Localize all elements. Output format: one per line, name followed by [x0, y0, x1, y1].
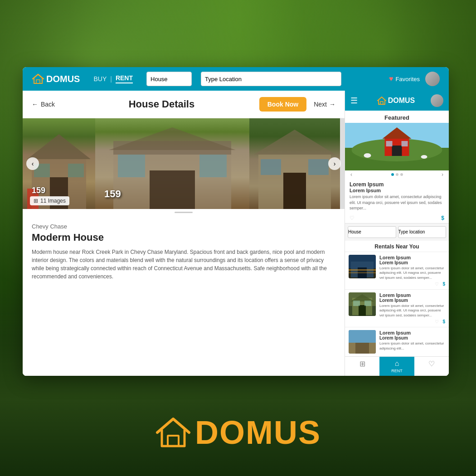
svg-point-28	[364, 153, 371, 158]
scroll-bar	[175, 212, 193, 213]
featured-prev-button[interactable]: ‹	[349, 170, 354, 179]
logo-house-icon	[32, 73, 44, 84]
back-label: Back	[41, 101, 55, 108]
property-description: Moderm house near Rock Creek Park in Che…	[32, 248, 335, 281]
svg-marker-15	[254, 130, 335, 155]
rental-thumbnail-2	[349, 292, 376, 316]
navbar-logo: DOMUS	[32, 73, 80, 84]
nav-links: BUY | RENT	[93, 74, 133, 83]
bottom-logo-icon	[155, 417, 191, 448]
featured-subtitle: Lorem Ipsum	[350, 188, 444, 193]
featured-next-button[interactable]: ›	[440, 170, 445, 179]
desktop-card: DOMUS BUY | RENT House Apartment Villa S…	[23, 67, 449, 376]
featured-price-icon: $	[441, 215, 444, 221]
mobile-topbar: ☰ DOMUS	[345, 91, 449, 111]
rental-heart-1[interactable]: ♡	[435, 282, 439, 287]
mobile-nav-favorites[interactable]: ♡	[414, 357, 449, 376]
rental-info-3: Lorem Ipsum Lorem Ipsum Lorem ipsum dolo…	[379, 330, 445, 354]
rental-info-1: Lorem Ipsum Lorem Ipsum Lorem ipsum dolo…	[379, 255, 445, 287]
mobile-logo: DOMUS	[361, 97, 431, 105]
rental-actions-2: ♡ $	[379, 319, 445, 324]
svg-rect-45	[349, 330, 376, 343]
rental-img-1-svg	[349, 255, 376, 278]
featured-dots	[391, 171, 403, 178]
rental-img-2-svg	[349, 292, 376, 316]
property-name: Moderm House	[32, 232, 335, 243]
rental-title-2: Lorem Ipsum	[379, 292, 445, 298]
mobile-nav-home-icon: ⊞	[359, 359, 365, 368]
hamburger-icon[interactable]: ☰	[350, 96, 358, 106]
featured-label: Featured	[345, 111, 449, 123]
rental-subtitle-1: Lorem Ipsum	[379, 260, 445, 265]
gallery-prev-button[interactable]: ‹	[26, 157, 39, 170]
mobile-panel: ☰ DOMUS Featured	[345, 91, 449, 376]
mobile-filter-row: House Type location	[345, 223, 449, 241]
featured-title: Lorem Ipsum	[350, 181, 444, 188]
content-area: ← Back House Details Book Now Next →	[23, 91, 449, 376]
avatar-image	[425, 72, 440, 86]
svg-rect-26	[386, 141, 393, 146]
navbar: DOMUS BUY | RENT House Apartment Villa S…	[23, 67, 449, 91]
svg-rect-25	[392, 146, 402, 156]
property-neighborhood: Chevy Chase	[32, 223, 335, 230]
rental-info-2: Lorem Ipsum Lorem Ipsum Lorem ipsum dolo…	[379, 292, 445, 324]
next-button[interactable]: Next →	[314, 101, 335, 108]
property-details: Chevy Chase Moderm House Moderm house ne…	[23, 216, 345, 288]
rental-desc-2: Lorem ipsum dolor sit amet, consectetur …	[379, 304, 445, 318]
rental-item-2: Lorem Ipsum Lorem Ipsum Lorem ipsum dolo…	[345, 289, 449, 327]
featured-landscape-svg	[345, 123, 449, 170]
svg-rect-42	[364, 301, 371, 306]
app-container: DOMUS DOMUS BUY | RENT House	[0, 0, 476, 476]
house-silhouette-3	[249, 118, 340, 209]
rental-subtitle-2: Lorem Ipsum	[379, 298, 445, 303]
favorites-button[interactable]: ♥ Favorites	[389, 75, 420, 83]
rental-item-3: Lorem Ipsum Lorem Ipsum Lorem ipsum dolo…	[345, 327, 449, 356]
mobile-nav-rent-label: RENT	[391, 369, 403, 373]
featured-description: Lorem ipsum dolor sit amet, consectetur …	[350, 194, 444, 211]
featured-heart-icon[interactable]: ♡	[350, 215, 355, 221]
image-count-badge: ⊞ 11 Images	[30, 196, 69, 205]
rental-price-2: $	[442, 319, 445, 324]
nav-buy-link[interactable]: BUY	[93, 75, 107, 83]
mobile-nav-rent[interactable]: ⌂ RENT	[379, 357, 414, 376]
navbar-right: ♥ Favorites	[389, 72, 440, 86]
mobile-bottom-nav: ⊞ ⌂ RENT ♡	[345, 356, 449, 376]
svg-rect-0	[168, 436, 179, 446]
svg-rect-12	[118, 155, 145, 177]
navbar-logo-text: DOMUS	[46, 74, 80, 84]
nav-rent-link[interactable]: RENT	[116, 74, 133, 83]
image-count-label: 11 Images	[40, 198, 66, 204]
back-button[interactable]: ← Back	[32, 101, 55, 108]
book-now-button[interactable]: Book Now	[259, 97, 306, 112]
featured-dot-3	[400, 173, 403, 176]
mobile-nav-home[interactable]: ⊞	[345, 357, 379, 376]
main-panel: ← Back House Details Book Now Next →	[23, 91, 345, 376]
scroll-indicator	[23, 209, 345, 216]
svg-rect-34	[349, 269, 376, 271]
svg-marker-10	[109, 127, 236, 150]
gallery-next-button[interactable]: ›	[328, 157, 341, 170]
bottom-logo-area: DOMUS	[155, 416, 321, 449]
back-arrow-icon: ←	[32, 101, 38, 108]
image-icon: ⊞	[34, 198, 38, 204]
svg-rect-18	[308, 159, 329, 175]
heart-icon: ♥	[389, 75, 393, 83]
svg-rect-16	[283, 173, 306, 209]
next-label: Next	[314, 101, 327, 108]
mobile-location-dropdown[interactable]: Type location	[398, 226, 447, 238]
svg-rect-41	[353, 301, 360, 306]
svg-marker-3	[27, 134, 91, 159]
mobile-type-dropdown[interactable]: House	[348, 226, 396, 238]
rental-actions-1: ♡ $	[379, 282, 445, 287]
avatar[interactable]	[425, 72, 440, 86]
rentals-label: Rentals Near You	[345, 241, 449, 252]
rental-img-3-svg	[349, 330, 376, 354]
rental-item-1: Lorem Ipsum Lorem Ipsum Lorem ipsum dolo…	[345, 252, 449, 289]
rental-desc-1: Lorem ipsum dolor sit amet, consectetur …	[379, 266, 445, 280]
location-dropdown[interactable]: Type Location	[201, 72, 341, 86]
nav-divider: |	[110, 75, 112, 83]
svg-rect-11	[150, 170, 195, 209]
featured-actions: ♡ $	[345, 213, 449, 223]
type-dropdown[interactable]: House Apartment Villa Studio	[146, 72, 192, 86]
rental-heart-2[interactable]: ♡	[435, 319, 439, 324]
